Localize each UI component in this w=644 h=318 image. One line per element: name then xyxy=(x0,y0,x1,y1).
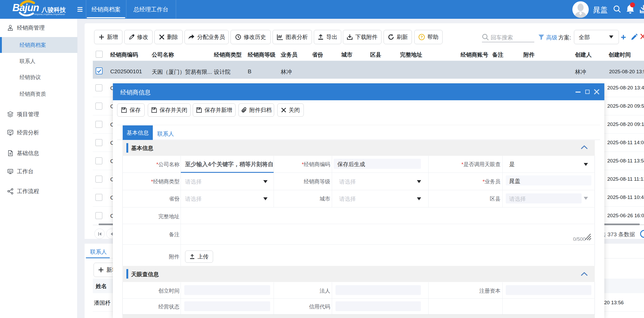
svg-text:?: ? xyxy=(420,35,423,39)
